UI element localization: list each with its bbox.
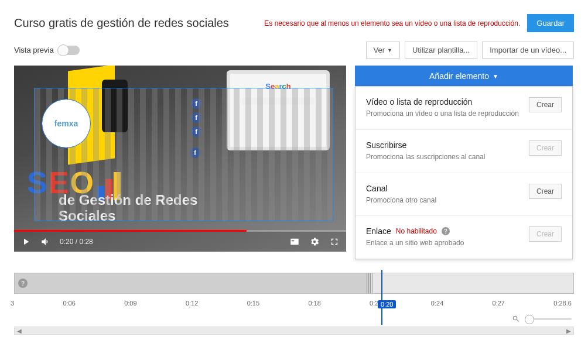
import-from-video-button[interactable]: Importar de un vídeo... [482, 42, 574, 59]
tick-label: 0:06 [63, 300, 75, 307]
create-button[interactable]: Crear [529, 184, 562, 199]
time-display: 0:20 / 0:28 [60, 238, 93, 246]
svg-rect-1 [292, 241, 295, 242]
volume-icon[interactable] [40, 236, 52, 248]
zoom-icon[interactable] [512, 315, 520, 323]
caret-down-icon: ▼ [493, 73, 498, 80]
caret-down-icon: ▼ [387, 47, 392, 53]
create-button[interactable]: Crear [529, 97, 562, 112]
tick-label: 0:12 [186, 300, 198, 307]
zoom-slider[interactable] [525, 318, 572, 320]
help-icon[interactable]: ? [442, 227, 450, 235]
view-dropdown[interactable]: Ver ▼ [366, 42, 400, 59]
element-option-link[interactable]: Enlace No habilitado ?Enlace a un sitio … [355, 216, 572, 259]
create-button: Crear [529, 226, 562, 242]
element-option-subscribe[interactable]: SuscribirsePromociona las suscripciones … [355, 130, 572, 173]
not-enabled-badge: No habilitado [396, 227, 437, 235]
tick-label: 0:28.6 [553, 300, 572, 307]
horizontal-scrollbar[interactable]: ◀ ▶ [14, 327, 574, 335]
page-title: Curso gratis de gestión de redes sociale… [14, 16, 229, 30]
element-option-channel[interactable]: CanalPromociona otro canal Crear [355, 173, 572, 217]
timeline-ruler[interactable]: 3 0:06 0:09 0:12 0:15 0:18 0:21 0:24 0:2… [0, 294, 588, 314]
play-icon[interactable] [20, 236, 32, 248]
card-icon[interactable] [289, 236, 300, 248]
error-message: Es necesario que al menos un elemento se… [264, 19, 520, 28]
timeline-track[interactable]: ? 0:20 [14, 273, 574, 294]
tick-label: 0:09 [124, 300, 136, 307]
help-icon[interactable]: ? [18, 279, 28, 288]
scroll-right-icon[interactable]: ▶ [564, 327, 573, 334]
playhead[interactable] [381, 270, 382, 325]
tick-label: 0:18 [308, 300, 320, 307]
scroll-left-icon[interactable]: ◀ [15, 327, 24, 334]
video-player[interactable]: Search f f f f SEO de Gestión de RedesSo… [14, 66, 346, 252]
preview-toggle[interactable] [59, 46, 80, 55]
end-screen-region[interactable] [371, 273, 573, 293]
channel-subscribe-element[interactable]: femxa [42, 99, 90, 147]
create-button: Crear [529, 140, 562, 156]
add-element-dropdown: Vídeo o lista de reproducciónPromociona … [355, 86, 573, 259]
element-option-video-playlist[interactable]: Vídeo o lista de reproducciónPromociona … [355, 87, 572, 130]
tick-label: 0:27 [493, 300, 505, 307]
drag-handle[interactable] [367, 273, 372, 293]
settings-icon[interactable] [309, 236, 320, 248]
svg-rect-0 [290, 239, 299, 245]
tick-label: 3 [11, 300, 14, 307]
tick-label: 0:24 [431, 300, 443, 307]
preview-label: Vista previa [14, 46, 54, 54]
playhead-time: 0:20 [378, 300, 396, 308]
tick-label: 0:15 [247, 300, 259, 307]
save-button[interactable]: Guardar [527, 14, 574, 32]
use-template-button[interactable]: Utilizar plantilla... [405, 42, 477, 59]
fullscreen-icon[interactable] [329, 236, 340, 248]
